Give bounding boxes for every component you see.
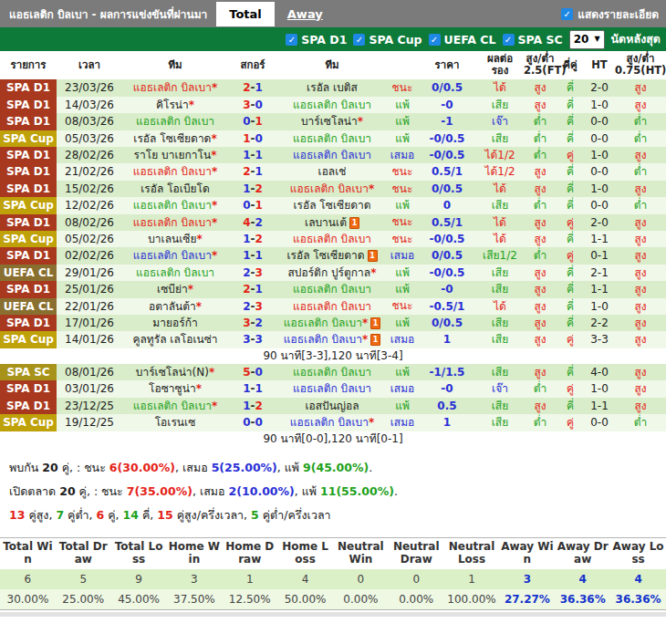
column-header-2: ทีม [122, 51, 228, 79]
away-team: แอธเลติก บิลเบา* [277, 181, 387, 197]
league-badge: SPA Cup [0, 231, 57, 247]
handicap-result: เสีย [476, 281, 524, 297]
over-under-ft: สูง [524, 231, 557, 247]
match-result: แพ้ [387, 398, 418, 414]
match-date: 08/01/26 [57, 364, 122, 380]
match-date: 21/02/26 [57, 163, 122, 180]
over-under-ht: สูง [615, 398, 666, 414]
chevron-down-icon: ▼ [594, 36, 599, 43]
handicap-price: -0/0.5 [418, 231, 476, 247]
column-header-10: HT [584, 51, 615, 79]
score: 2-1 [228, 79, 277, 96]
filter-label: UEFA CL [444, 33, 496, 47]
match-date: 22/01/26 [57, 298, 122, 315]
over-under-ht: สูง [615, 281, 666, 297]
score: 1-1 [228, 147, 277, 163]
stats-percent: 100.00% [444, 589, 500, 610]
checked-checkbox-icon[interactable]: ✓ [561, 8, 573, 20]
match-date: 28/02/26 [57, 147, 122, 163]
away-team: บาร์เซโลน่า* [277, 113, 387, 130]
home-team: โอเรนเซ [122, 414, 228, 431]
tab-total[interactable]: Total [216, 2, 275, 26]
match-date: 23/12/25 [57, 398, 122, 414]
odd-even: คี่ [557, 130, 584, 147]
handicap-price: 0.5/1 [418, 163, 476, 180]
over-under-ht: สูง [615, 380, 666, 397]
ht-score: 1-1 [584, 398, 615, 414]
ht-score: 2-1 [584, 265, 615, 281]
match-row: UEFA CL22/01/26อตาลันต้า*2-3แอธเลติก บิล… [0, 298, 666, 315]
ht-score: 1-0 [584, 147, 615, 163]
odd-even: คี่ [557, 97, 584, 113]
checked-checkbox-icon[interactable]: ✓ [353, 34, 365, 46]
checked-checkbox-icon[interactable]: ✓ [429, 34, 441, 46]
match-date: 15/02/26 [57, 181, 122, 197]
stats-percent: 37.50% [166, 589, 222, 610]
handicap-result: เสีย [476, 197, 524, 213]
tab-away[interactable]: Away [275, 2, 336, 26]
ht-score: 0-0 [584, 414, 615, 431]
filter-spa-sc[interactable]: ✓ SPA SC [503, 33, 563, 47]
results-table: รายการเวลาทีมสกอร์ทีมราคาผลต่อ รองสูง/ต่… [0, 51, 666, 447]
away-team: แอธเลติก บิลเบา [277, 147, 387, 163]
filter-spa-cup[interactable]: ✓ SPA Cup [353, 33, 421, 47]
match-date: 23/03/26 [57, 79, 122, 96]
home-team: เซบีย่า* [122, 281, 228, 297]
extra-time-note-row: 90 นาที[3-3],120 นาที[3-4] [0, 348, 666, 364]
home-team: เรอัล โอเบียโด [122, 181, 228, 197]
match-date: 19/12/25 [57, 414, 122, 431]
ht-score: 1-0 [584, 181, 615, 197]
match-date: 29/01/26 [57, 265, 122, 281]
stats-header: Neutral Draw [389, 538, 444, 569]
stats-header: Total Win [0, 538, 56, 569]
checked-checkbox-icon[interactable]: ✓ [503, 34, 515, 46]
checked-checkbox-icon[interactable]: ✓ [286, 34, 297, 46]
match-result: แพ้ [387, 97, 418, 113]
over-under-ft: สูง [524, 181, 557, 197]
handicap-result: เสีย [476, 130, 524, 147]
handicap-price: -1 [418, 113, 476, 130]
home-team: แอธเลติก บิลเบา* [122, 197, 228, 213]
score: 1-0 [228, 130, 277, 147]
away-team: แอธเลติก บิลเบา [277, 298, 387, 315]
match-row: UEFA CL29/01/26แอธเลติก บิลเบา2-3สปอร์ติ… [0, 265, 666, 281]
home-team: แอธเลติก บิลเบา* [122, 163, 228, 180]
odd-even: คู่ [557, 214, 584, 231]
stats-percents-row: 30.00%25.00%45.00%37.50%12.50%50.00%0.00… [0, 589, 666, 610]
top-bar: แอธเลติก บิลเบา - ผลการแข่งขันที่ผ่านมา … [0, 0, 666, 27]
odd-even: คี่ [557, 79, 584, 96]
over-under-ft: สูง [524, 163, 557, 180]
home-team: โอซาซูน่า* [122, 380, 228, 397]
match-row: SPA D128/02/26ราโย บาเยกาโน*1-1แอธเลติก … [0, 147, 666, 163]
stats-percent: 27.27% [499, 589, 555, 610]
handicap-price: 0 [418, 197, 476, 213]
home-team: อตาลันต้า* [122, 298, 228, 315]
handicap-price: -0.5/1 [418, 298, 476, 315]
filter-spa-d1[interactable]: ✓ SPA D1 [286, 33, 347, 47]
stats-header: Total Draw [56, 538, 111, 569]
away-team: เลบานเต้1 [277, 214, 387, 231]
odd-even: คี่ [557, 315, 584, 331]
league-badge: SPA Cup [0, 331, 57, 348]
home-team: เรอัล โซเซียดาด* [122, 130, 228, 147]
score: 2-1 [228, 281, 277, 297]
league-badge: SPA D1 [0, 113, 57, 130]
handicap-price: -0/0.5 [418, 265, 476, 281]
filter-uefa-cl[interactable]: ✓ UEFA CL [429, 33, 496, 47]
match-result: ชนะ [387, 298, 418, 315]
ht-score: 0-1 [584, 247, 615, 264]
away-team: เอลเช่ [277, 163, 387, 180]
league-badge: SPA Cup [0, 197, 57, 213]
match-result: แพ้ [387, 364, 418, 380]
match-date: 17/01/26 [57, 315, 122, 331]
match-result: แพ้ [387, 197, 418, 213]
handicap-result: ได้1/2 [476, 147, 524, 163]
stats-header: Neutral Loss [444, 538, 500, 569]
handicap-result: เจ๊า [476, 113, 524, 130]
handicap-result: ได้ [476, 231, 524, 247]
over-under-ht: ต่ำ [615, 414, 666, 431]
away-team: เรอัล เบติส [277, 79, 387, 96]
show-detail-toggle[interactable]: ✓ แสดงรายละเอียด [561, 5, 666, 23]
match-count-select[interactable]: 20 ▼ [569, 30, 605, 49]
match-result: เสมอ [387, 147, 418, 163]
